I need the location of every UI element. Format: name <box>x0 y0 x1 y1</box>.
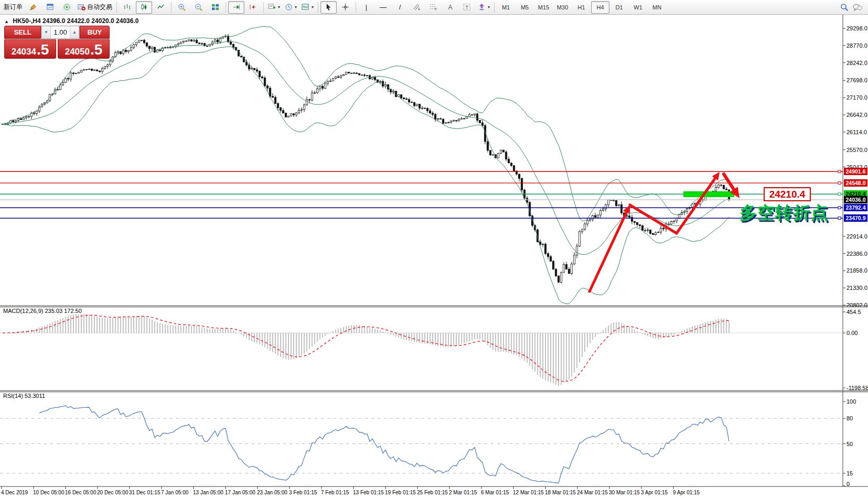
one-click-price-row: 24034 .5 24050 .5 <box>4 39 110 59</box>
trendline-button[interactable]: / <box>392 1 408 14</box>
cursor-button[interactable] <box>320 1 337 14</box>
text-button[interactable]: A <box>442 1 458 14</box>
svg-text:19 Feb 01:15: 19 Feb 01:15 <box>385 490 416 495</box>
svg-text:22914.0: 22914.0 <box>846 233 867 240</box>
ask-price-button[interactable]: 24050 .5 <box>58 39 110 59</box>
svg-text:28242.0: 28242.0 <box>846 60 867 66</box>
text-label-button[interactable]: T <box>459 1 475 14</box>
svg-text:7 Jan 05:00: 7 Jan 05:00 <box>161 490 189 495</box>
line-chart-button[interactable] <box>153 1 169 14</box>
toolbar-separator <box>494 2 495 13</box>
chart-shift-button[interactable] <box>245 1 261 14</box>
chart-canvas[interactable]: 29298.028770.028242.027698.027170.026642… <box>0 0 868 498</box>
channel-button[interactable]: E <box>409 1 425 14</box>
horizontal-line-button[interactable]: — <box>375 1 391 14</box>
add-indicator-icon <box>268 3 276 11</box>
dropdown-caret-icon: ▾ <box>488 5 490 9</box>
candlestick-chart-button[interactable] <box>136 1 152 14</box>
ask-price-main: 24050 <box>65 47 90 56</box>
svg-text:17 Jan 05:00: 17 Jan 05:00 <box>225 490 255 495</box>
timeframe-mn-button[interactable]: MN <box>648 1 666 14</box>
svg-text:16 Dec 05:00: 16 Dec 05:00 <box>65 490 97 495</box>
buy-button[interactable]: BUY <box>80 26 110 39</box>
chat-icon[interactable] <box>853 3 862 12</box>
fibonacci-button[interactable]: F <box>425 1 442 14</box>
svg-text:3 Apr 01:15: 3 Apr 01:15 <box>641 490 668 495</box>
shapes-button[interactable]: ▾ <box>476 1 492 14</box>
bid-price-frac: .5 <box>37 44 49 56</box>
volume-value[interactable]: 1.00 <box>51 26 70 38</box>
timeframe-group: M1M5M15M30H1H4D1W1MN <box>497 1 666 14</box>
dropdown-caret-icon: ▾ <box>278 5 280 9</box>
svg-text:27698.0: 27698.0 <box>846 77 867 83</box>
metaeditor-button[interactable] <box>25 1 41 14</box>
new-order-label: 新订单 <box>4 3 23 12</box>
zoom-in-icon <box>178 3 186 11</box>
ask-price-frac: .5 <box>90 44 102 56</box>
crosshair-button[interactable] <box>337 1 353 14</box>
trendline-icon: / <box>399 4 401 10</box>
autotrading-button[interactable]: 自动交易 <box>76 1 114 14</box>
timeframe-h1-button[interactable]: H1 <box>572 1 591 14</box>
toolbar-separator <box>116 2 117 13</box>
timeframe-m1-button[interactable]: M1 <box>497 1 515 14</box>
svg-text:F: F <box>435 7 437 11</box>
bar-chart-button[interactable] <box>119 1 135 14</box>
volume-increase-button[interactable]: ▲ <box>70 26 79 38</box>
signals-button[interactable] <box>59 1 75 14</box>
timeframe-w1-button[interactable]: W1 <box>629 1 647 14</box>
new-chart-button[interactable] <box>42 1 58 14</box>
timeframe-m15-button[interactable]: M15 <box>534 1 553 14</box>
clock-icon <box>285 3 293 11</box>
svg-text:6 Mar 01:15: 6 Mar 01:15 <box>481 490 509 495</box>
auto-scroll-icon <box>232 3 240 11</box>
svg-text:26642.0: 26642.0 <box>846 112 867 118</box>
svg-text:-1198.58: -1198.58 <box>846 385 868 391</box>
tile-windows-button[interactable] <box>207 1 223 14</box>
timeframe-m5-button[interactable]: M5 <box>516 1 534 14</box>
toolbar-right-group <box>840 3 866 12</box>
volume-decrease-button[interactable]: ▼ <box>41 26 51 38</box>
search-icon[interactable] <box>840 3 849 12</box>
sell-button[interactable]: SELL <box>4 26 41 39</box>
zoom-out-button[interactable] <box>190 1 207 14</box>
vertical-line-button[interactable]: | <box>358 1 374 14</box>
svg-text:25 Feb 01:15: 25 Feb 01:15 <box>417 490 448 495</box>
add-indicator-button[interactable]: ▾ <box>266 1 282 14</box>
svg-text:2 Mar 01:15: 2 Mar 01:15 <box>449 490 477 495</box>
templates-button[interactable]: ▾ <box>299 1 316 14</box>
rsi-label: RSI(14) 53.3011 <box>3 393 45 399</box>
gavel-icon <box>29 3 37 11</box>
crosshair-icon <box>341 3 349 11</box>
macd-label: MACD(12,26,9) 235.03 172.50 <box>3 308 82 314</box>
svg-text:29298.0: 29298.0 <box>846 25 867 31</box>
timeframe-m30-button[interactable]: M30 <box>553 1 572 14</box>
svg-text:27170.0: 27170.0 <box>846 94 867 101</box>
bid-price-button[interactable]: 24034 .5 <box>4 39 56 59</box>
timeframe-h4-button[interactable]: H4 <box>591 1 609 14</box>
new-order-button[interactable]: 新订单 <box>2 1 25 14</box>
svg-text:10 Dec 05:00: 10 Dec 05:00 <box>33 490 65 495</box>
svg-text:80: 80 <box>846 415 853 421</box>
svg-text:13 Jan 05:00: 13 Jan 05:00 <box>193 490 223 495</box>
svg-text:21858.0: 21858.0 <box>846 267 867 274</box>
chart-window-icon <box>46 3 54 11</box>
chart-title: ▲ HK50-,H4 24396.0 24422.0 24020.0 24036… <box>4 17 138 25</box>
mt4-terminal: { "toolbar": { "new_order": "新订单", "auto… <box>0 0 868 498</box>
autotrading-icon <box>78 3 85 11</box>
candlestick-chart-icon <box>140 3 148 11</box>
collapse-arrow-icon[interactable]: ▲ <box>4 19 9 24</box>
dropdown-caret-icon: ▾ <box>312 5 314 9</box>
tile-windows-icon <box>211 3 219 11</box>
timeframe-d1-button[interactable]: D1 <box>610 1 628 14</box>
svg-text:7 Feb 01:15: 7 Feb 01:15 <box>321 490 349 495</box>
svg-text:22386.0: 22386.0 <box>846 251 867 257</box>
auto-scroll-button[interactable] <box>228 1 244 14</box>
toolbar-separator <box>318 2 318 13</box>
svg-text:9 Apr 01:15: 9 Apr 01:15 <box>673 490 700 495</box>
svg-text:50: 50 <box>846 441 853 447</box>
zoom-in-button[interactable] <box>174 1 190 14</box>
svg-text:4 Dec 2019: 4 Dec 2019 <box>1 490 28 495</box>
svg-text:20 Dec 05:00: 20 Dec 05:00 <box>97 490 128 495</box>
periods-button[interactable]: ▾ <box>283 1 299 14</box>
